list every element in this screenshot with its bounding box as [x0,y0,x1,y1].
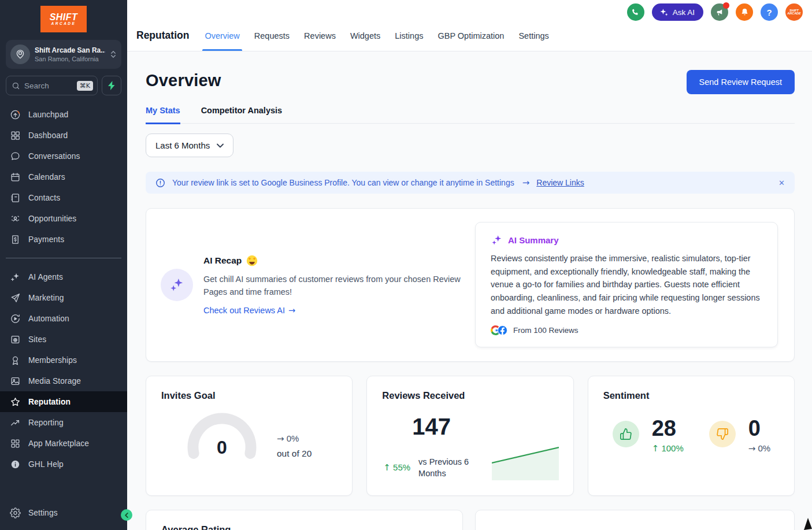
sidebar-item-reputation[interactable]: Reputation [0,391,127,412]
shift-logo: SHIFT ARCADE [40,6,87,32]
arrow-right-icon: → [288,306,295,315]
search-input[interactable]: Search ⌘K [6,76,98,95]
banner-message: Your review link is set to Google Busine… [172,178,514,187]
sidebar-item-label: GHL Help [28,460,64,469]
sidebar-item-ghl-help[interactable]: GHL Help [0,454,127,475]
sidebar-item-label: Dashboard [28,131,68,140]
tab-requests[interactable]: Requests [254,20,290,51]
sidebar-item-ai-agents[interactable]: AI Agents [0,266,127,287]
account-location: San Ramon, California [35,55,105,62]
info-icon [155,178,165,188]
thumbs-down-circle [709,421,736,447]
shift-mini-logo: SHIFTARCADE [787,9,801,15]
sidebar-item-dashboard[interactable]: Dashboard [0,125,127,146]
sidebar-item-label: Opportunities [28,214,76,223]
sidebar-item-label: App Marketplace [28,439,89,448]
review-links-link[interactable]: Review Links [536,178,584,187]
sidebar-item-sites[interactable]: Sites [0,329,127,350]
sidebar-item-label: Launchpad [28,110,68,119]
user-location-icon [15,49,25,60]
reputation-icon [9,396,21,407]
calendars-icon [9,171,21,183]
payments-icon [9,234,21,245]
phone-button[interactable] [627,3,644,21]
sentiment-negative-value: 0 [748,416,770,440]
check-out-reviews-ai-link[interactable]: Check out Reviews AI → [203,306,465,315]
sidebar-item-label: Settings [28,509,58,517]
sidebar-item-settings[interactable]: Settings [0,502,127,523]
date-range-dropdown[interactable]: Last 6 Months [146,134,233,157]
sidebar-item-media-storage[interactable]: Media Storage [0,370,127,391]
sidebar-item-reporting[interactable]: Reporting [0,412,127,433]
sentiment-title: Sentiment [603,390,779,401]
reviews-received-value: 147 [412,414,558,440]
ai-summary-title: AI Summary [508,235,559,245]
sentiment-positive-delta: ↑ 100% [652,443,684,454]
review-link-banner: Your review link is set to Google Busine… [146,172,795,194]
mouse-cursor [803,517,812,530]
reviews-received-title: Reviews Received [382,390,558,401]
sidebar-item-label: Sites [28,335,46,344]
sidebar-item-launchpad[interactable]: Launchpad [0,104,127,125]
sidebar-nav-primary: LaunchpadDashboardConversationsCalendars… [0,104,127,250]
sidebar-item-memberships[interactable]: Memberships [0,350,127,370]
sidebar-item-contacts[interactable]: Contacts [0,187,127,208]
tab-gbp-optimization[interactable]: GBP Optimization [437,20,504,51]
sidebar-item-automation[interactable]: Automation [0,308,127,329]
chevron-left-icon [124,513,129,518]
banner-close-icon[interactable]: ✕ [778,179,785,187]
account-chevrons-icon[interactable] [110,51,117,58]
tab-listings[interactable]: Listings [395,20,423,51]
marketing-icon [9,292,21,303]
shift-app-button[interactable]: SHIFTARCADE [785,3,803,21]
announcements-button[interactable] [711,3,728,21]
sidebar-item-conversations[interactable]: Conversations [0,146,127,166]
sidebar: SHIFT ARCADE Shift Arcade San Ra... San … [0,0,127,530]
sidebar-divider [6,258,121,258]
sidebar-item-label: Conversations [28,152,80,161]
average-rating-card: Average Rating [146,510,463,530]
tab-overview[interactable]: Overview [205,20,239,51]
tab-reviews[interactable]: Reviews [304,20,336,51]
sparkles-icon [659,8,669,17]
reviews-ai-link-label: Check out Reviews AI [203,306,285,315]
help-label: ? [766,8,772,17]
invites-goal-target: out of 20 [277,449,312,459]
page-title: Overview [146,71,221,90]
tab-widgets[interactable]: Widgets [350,20,380,51]
help-button[interactable]: ? [761,3,778,21]
sidebar-item-label: Contacts [28,194,60,202]
sidebar-item-label: Marketing [28,294,64,302]
thumbs-up-circle [613,421,639,447]
sidebar-collapse-button[interactable] [121,509,132,521]
ai-recap-icon-circle [161,269,193,301]
sidebar-item-opportunities[interactable]: Opportunities [0,208,127,229]
send-review-request-button[interactable]: Send Review Request [687,70,795,94]
ai-summary-body: Reviews consistently praise the immersiv… [491,252,762,318]
sidebar-item-label: Reporting [28,418,64,427]
ask-ai-button[interactable]: Ask AI [652,3,703,21]
sidebar-item-calendars[interactable]: Calendars [0,166,127,187]
notifications-button[interactable] [736,3,753,21]
contacts-icon [9,192,21,203]
logo-subtext: ARCADE [51,21,76,26]
chevron-down-icon [217,143,224,148]
sidebar-item-marketing[interactable]: Marketing [0,287,127,308]
account-switcher[interactable]: Shift Arcade San Ra... San Ramon, Califo… [6,40,121,69]
app-marketplace-icon [9,438,21,449]
subtab-my-stats[interactable]: My Stats [146,106,180,123]
thumbs-down-icon [716,428,729,440]
account-avatar [10,45,30,64]
bottom-right-card [475,510,795,530]
account-name: Shift Arcade San Ra... [35,46,105,54]
sidebar-item-app-marketplace[interactable]: App Marketplace [0,433,127,454]
invites-goal-delta: → 0% [277,433,312,444]
tab-settings[interactable]: Settings [518,20,548,51]
invites-goal-card: Invites Goal 0 → 0% out of 20 [146,376,353,496]
subtab-competitor-analysis[interactable]: Competitor Analysis [201,106,282,123]
sidebar-item-payments[interactable]: Payments [0,229,127,250]
quick-actions-button[interactable] [102,76,121,95]
ai-recap-title: AI Recap [203,255,242,266]
conversations-icon [9,150,21,162]
opportunities-icon [9,213,21,224]
